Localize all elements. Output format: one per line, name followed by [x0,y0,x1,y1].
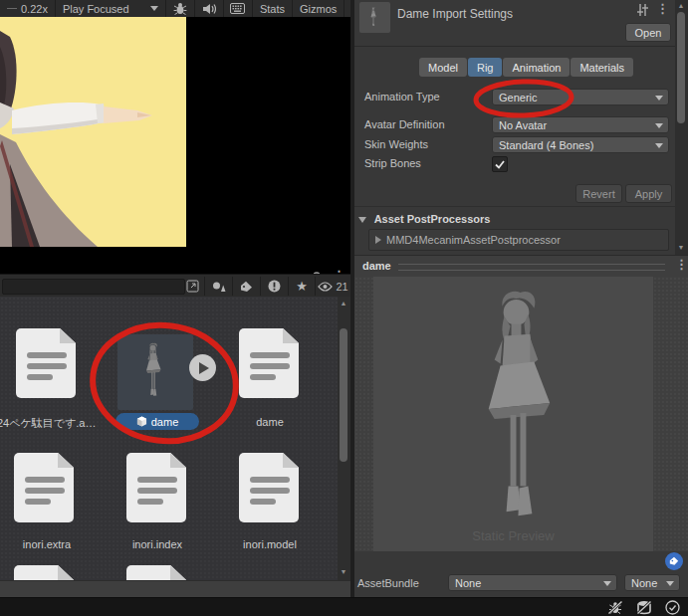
model-thumb-render [117,334,193,410]
check-icon [495,160,505,169]
strip-bones-checkbox[interactable] [492,156,508,172]
tag-icon [240,281,253,293]
animation-type-dropdown[interactable]: Generic [492,89,669,105]
static-preview-watermark: Static Preview [373,528,653,543]
preview-header[interactable]: dame ⋮ [354,255,688,279]
apply-button[interactable]: Apply [625,184,672,203]
scale-slider-track[interactable] [7,8,17,9]
assetlabels-button[interactable] [665,552,683,570]
tab-rig[interactable]: Rig [468,58,503,77]
project-scrollbar[interactable]: ▲ ▼ [338,297,350,580]
filter-by-type-button[interactable] [205,277,232,296]
preview-title: dame [362,260,391,272]
game-view-toolbar: 0.22x Play Focused [0,0,350,18]
scroll-down-icon[interactable]: ▼ [675,243,687,253]
assetbundle-dropdown[interactable]: None [448,574,617,591]
bug-icon [173,2,187,15]
skin-weights-label: Skin Weights [364,138,428,150]
gizmos-dropdown[interactable]: Gizmos [293,0,344,17]
inspector-menu-icon[interactable]: ⋮ [656,3,669,15]
game-view-render [0,17,350,274]
asset-name[interactable]: inori.model [220,538,320,550]
import-settings-tabs: Model Rig Animation Materials [419,58,633,77]
scroll-up-icon[interactable]: ▲ [338,299,349,308]
asset-name[interactable]: 24ペケ駄目です.an... [0,416,97,431]
prefab-cube-icon [136,416,147,427]
postprocessors-foldout[interactable]: Asset PostProcessors [358,213,490,225]
preview-area[interactable]: Static Preview [354,277,688,551]
unity-editor-window: 0.22x Play Focused [0,0,688,616]
play-mode-label: Play Focused [63,3,129,15]
scale-value: 0.22x [21,3,48,15]
tab-materials[interactable]: Materials [571,58,633,77]
bug-button[interactable] [166,0,195,17]
scroll-down-icon[interactable]: ▼ [338,567,349,577]
filter-by-type-icon [212,281,226,293]
selected-asset-name: dame [151,416,179,428]
eye-icon [318,282,333,292]
postprocessor-item[interactable]: MMD4MecanimAssetPostprocessor [368,229,669,251]
mute-audio-button[interactable] [195,0,224,17]
selected-asset-label[interactable]: dame [115,413,199,430]
stats-label: Stats [260,3,285,15]
inspector-title: Dame Import Settings [397,7,513,21]
scrollbar-thumb[interactable] [677,12,685,123]
status-bar [0,597,688,616]
asset-doc-icon[interactable] [239,453,299,522]
visibility-toggle[interactable]: 21 [316,277,350,296]
presets-icon[interactable] [636,4,649,16]
foldout-open-icon [358,217,366,223]
open-in-new-window-icon [186,280,199,293]
scroll-up-icon[interactable]: ▲ [675,1,687,11]
avatar-definition-dropdown[interactable]: No Avatar [492,116,669,133]
preview-stage[interactable]: Static Preview [373,277,653,551]
revert-button[interactable]: Revert [575,184,622,203]
speaker-icon [202,3,216,15]
debugger-disabled-icon[interactable] [607,600,623,615]
tab-animation[interactable]: Animation [503,58,570,77]
star-icon: ★ [296,279,308,294]
stats-button[interactable]: Stats [253,0,293,17]
preview-menu-icon[interactable]: ⋮ [675,259,688,271]
inspector-scrollbar[interactable]: ▲ ▼ [675,0,688,255]
keyboard-shortcuts-button[interactable] [224,0,253,17]
search-input[interactable] [2,279,185,295]
preview-drag-handle[interactable] [398,264,665,271]
game-view[interactable]: ⋮ [0,17,350,274]
progress-ok-icon[interactable] [665,600,680,615]
open-button[interactable]: Open [625,23,671,42]
tab-model[interactable]: Model [419,58,467,77]
gizmos-label: Gizmos [300,3,337,15]
asset-doc-icon[interactable] [126,565,186,580]
asset-thumbnail [359,2,390,33]
model-preview-render [457,287,572,543]
asset-play-button[interactable] [189,354,216,381]
asset-doc-icon[interactable] [14,565,74,580]
animation-type-label: Animation Type [364,91,440,103]
cache-server-disabled-icon[interactable] [636,600,652,615]
exclamation-icon [268,280,281,293]
play-mode-dropdown[interactable]: Play Focused [56,0,166,17]
scale-indicator[interactable]: 0.22x [0,0,56,17]
inspector-panel: Dame Import Settings ⋮ Open Model Rig An… [354,0,688,597]
avatar-definition-label: Avatar Definition [364,118,445,130]
asset-name[interactable]: dame [220,416,320,428]
asset-doc-icon[interactable] [16,328,76,398]
inspector-header: Dame Import Settings ⋮ Open [354,0,675,47]
asset-name[interactable]: inori.index [108,538,207,550]
asset-model-thumbnail[interactable] [117,334,193,410]
open-in-new-window-button[interactable] [183,277,201,296]
filter-by-label-button[interactable] [233,277,260,296]
scrollbar-thumb[interactable] [340,328,347,462]
project-toolbar: ★ 21 [0,274,350,299]
asset-name[interactable]: inori.extra [0,538,97,550]
asset-doc-icon[interactable] [239,328,299,398]
filter-importance-button[interactable] [261,277,288,296]
project-asset-grid[interactable]: 24ペケ駄目です.an... dame dame inori.extra ino… [0,297,350,580]
favorites-button[interactable]: ★ [289,277,315,296]
asset-doc-icon[interactable] [14,453,74,522]
strip-bones-label: Strip Bones [364,157,421,169]
skin-weights-dropdown[interactable]: Standard (4 Bones) [492,136,669,153]
assetbundle-variant-dropdown[interactable]: None [624,574,680,591]
asset-doc-icon[interactable] [126,453,186,522]
